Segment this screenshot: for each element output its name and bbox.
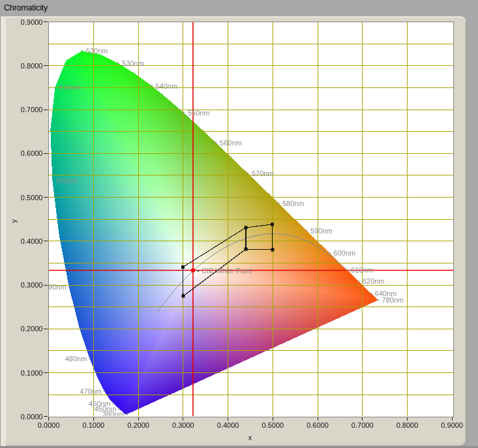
svg-text:520nm: 520nm (86, 47, 108, 55)
svg-text:780nm: 780nm (382, 296, 404, 304)
svg-text:580nm: 580nm (282, 200, 305, 207)
svg-text:CIE White Point: CIE White Point (202, 267, 252, 275)
svg-text:y: y (10, 219, 18, 223)
svg-text:540nm: 540nm (156, 82, 178, 90)
svg-text:0.0000: 0.0000 (21, 413, 43, 421)
svg-text:490nm: 490nm (44, 283, 67, 291)
svg-text:610nm: 610nm (351, 266, 373, 274)
svg-text:0.8000: 0.8000 (21, 62, 43, 70)
svg-text:600nm: 600nm (334, 249, 356, 257)
svg-text:500nm: 500nm (56, 177, 78, 185)
svg-text:530nm: 530nm (122, 59, 144, 67)
svg-text:0.7000: 0.7000 (21, 106, 43, 113)
svg-text:0.2000: 0.2000 (21, 325, 43, 333)
svg-text:0.5000: 0.5000 (21, 194, 43, 202)
svg-text:620nm: 620nm (363, 277, 385, 285)
svg-text:380nm: 380nm (102, 410, 125, 418)
svg-text:0.4000: 0.4000 (217, 421, 239, 429)
svg-text:570nm: 570nm (252, 170, 274, 177)
svg-text:0.0000: 0.0000 (38, 421, 60, 429)
svg-text:0.6000: 0.6000 (21, 149, 43, 157)
svg-text:510nm: 510nm (59, 83, 81, 91)
svg-text:0.8000: 0.8000 (396, 421, 419, 429)
svg-text:0.1000: 0.1000 (83, 421, 105, 429)
svg-text:550nm: 550nm (188, 109, 210, 117)
svg-text:0.9000: 0.9000 (21, 18, 43, 26)
svg-text:0.2000: 0.2000 (127, 421, 149, 429)
svg-text:0.4000: 0.4000 (21, 237, 43, 245)
svg-text:0.1000: 0.1000 (21, 369, 43, 377)
svg-text:0.7000: 0.7000 (351, 421, 374, 429)
svg-text:x: x (248, 434, 252, 441)
svg-text:0.3000: 0.3000 (172, 421, 194, 429)
svg-text:480nm: 480nm (65, 355, 87, 363)
svg-text:0.5000: 0.5000 (261, 421, 284, 429)
svg-text:590nm: 590nm (310, 227, 333, 235)
svg-text:0.9000: 0.9000 (441, 421, 463, 429)
svg-text:0.3000: 0.3000 (21, 281, 43, 289)
svg-text:470nm: 470nm (80, 387, 102, 395)
svg-text:560nm: 560nm (220, 139, 242, 147)
svg-text:0.6000: 0.6000 (306, 421, 329, 429)
